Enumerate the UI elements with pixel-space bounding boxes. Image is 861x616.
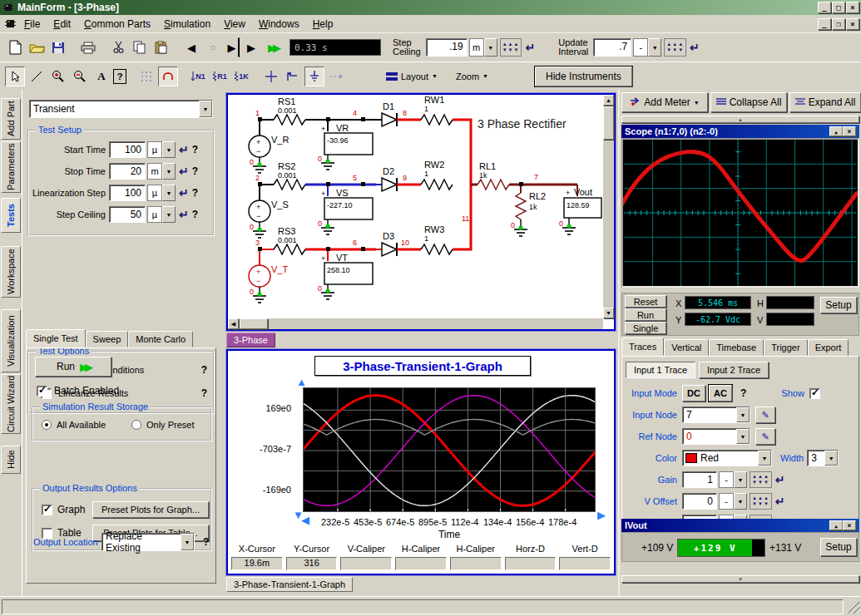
help-icon[interactable]: ?	[192, 187, 198, 199]
sidebar-tab-tests[interactable]: Tests	[1, 198, 21, 233]
unit-dropdown[interactable]: ▼	[162, 206, 176, 223]
ac-button[interactable]: AC	[709, 385, 732, 402]
zoom-menu-button[interactable]: Zoom▼	[451, 69, 493, 84]
update-interval-spinner[interactable]: ▲▲▲▼▼▼	[664, 38, 686, 57]
help-icon[interactable]: ?	[740, 387, 746, 399]
scope-close-button[interactable]: ×	[843, 126, 856, 136]
zoom-in-icon[interactable]	[48, 67, 68, 86]
sidebar-tab-add-part[interactable]: Add Part	[1, 98, 21, 140]
start-time-input[interactable]: 100	[109, 141, 146, 158]
collapse-splitter-bottom[interactable]: ▼	[621, 575, 859, 583]
v-offset-input[interactable]: 0	[682, 493, 717, 510]
show-ref-designators-button[interactable]: R1	[210, 67, 230, 86]
tab-graph[interactable]: 3-Phase-Transient-1-Graph	[226, 577, 353, 592]
step-ceiling-input[interactable]: .19	[426, 38, 468, 57]
all-available-radio[interactable]	[42, 420, 52, 430]
new-file-icon[interactable]	[5, 37, 25, 57]
vout-rollup-button[interactable]: ▲	[829, 520, 843, 530]
sidebar-tab-hide[interactable]: Hide	[1, 446, 21, 474]
waveform-plot[interactable]	[303, 387, 596, 512]
scope-screen[interactable]	[621, 138, 859, 288]
help-icon[interactable]: ?	[192, 144, 198, 155]
tab-single-test[interactable]: Single Test	[26, 329, 86, 347]
help-icon[interactable]: ?	[192, 209, 198, 220]
update-interval-input[interactable]: .7	[593, 38, 631, 57]
collapse-splitter-top[interactable]: ▲	[621, 116, 859, 123]
schematic-canvas[interactable]: +− +−	[228, 95, 603, 318]
text-tool-icon[interactable]: A	[92, 67, 111, 86]
step-ceiling-spinner[interactable]: ▲▲▲▼▼▼	[500, 38, 522, 57]
close-button[interactable]: ×	[846, 2, 859, 13]
menu-file[interactable]: File	[18, 16, 46, 32]
mdi-close-button[interactable]: ×	[846, 18, 859, 30]
tab-vertical[interactable]: Vertical	[664, 339, 709, 356]
apply-icon[interactable]: ↵	[179, 143, 189, 156]
sidebar-tab-parameters[interactable]: Parameters	[1, 141, 21, 193]
preset-plots-graph-button[interactable]: Preset Plots for Graph...	[92, 501, 209, 518]
apply-icon[interactable]: ↵	[179, 186, 189, 200]
scroll-down-icon[interactable]: ▼	[603, 308, 614, 318]
layout-menu-button[interactable]: Layout▼	[381, 69, 443, 84]
input-2-trace-button[interactable]: Input 2 Trace	[699, 362, 769, 378]
help-icon[interactable]: ?	[192, 165, 198, 177]
resize-grip[interactable]	[849, 602, 860, 614]
batch-enabled-checkbox[interactable]	[37, 386, 47, 397]
scope-single-button[interactable]: Single	[625, 322, 666, 334]
dashed-wire-icon[interactable]	[326, 67, 346, 86]
apply-icon[interactable]: ↵	[179, 208, 189, 221]
input-node-dropdown[interactable]: 7▼	[682, 407, 750, 423]
record-icon[interactable]: ○	[203, 37, 223, 57]
scope-setup-button[interactable]: Setup	[820, 297, 857, 313]
step-ceiling-panel-input[interactable]: 50	[109, 206, 146, 223]
scope-reset-button[interactable]: Reset	[625, 295, 666, 308]
test-type-dropdown[interactable]: Transient▼	[29, 100, 213, 118]
menu-windows[interactable]: Windows	[253, 16, 305, 32]
ref-node-probe-button[interactable]: ✎	[755, 428, 775, 445]
update-interval-apply-icon[interactable]: ↵	[690, 41, 700, 54]
gain-input[interactable]: 1	[682, 471, 717, 488]
hide-instruments-button[interactable]: Hide Instruments	[535, 67, 632, 86]
tab-monte-carlo[interactable]: Monte Carlo	[128, 331, 193, 347]
mdi-minimize-button[interactable]: _	[818, 18, 831, 30]
stop-time-input[interactable]: 20	[109, 163, 146, 180]
sidebar-tab-workspace[interactable]: Workspace	[1, 246, 21, 298]
scroll-left-icon[interactable]: ◀	[228, 318, 239, 329]
unit-dropdown[interactable]: ▼	[162, 163, 176, 180]
trace-color-dropdown[interactable]: Red▼	[682, 450, 772, 466]
unit-dropdown[interactable]: ▼	[162, 141, 176, 158]
ref-node-dropdown[interactable]: 0▼	[682, 428, 750, 445]
menu-edit[interactable]: Edit	[47, 16, 77, 32]
input-1-trace-button[interactable]: Input 1 Trace	[626, 362, 695, 378]
hscroll-thumb[interactable]	[240, 318, 268, 329]
annotation-help-icon[interactable]: ?	[113, 69, 126, 84]
tab-trigger[interactable]: Trigger	[764, 339, 807, 356]
unit-dropdown[interactable]: ▼	[734, 493, 747, 510]
collapse-all-button[interactable]: Collapse All	[710, 92, 787, 112]
menu-common-parts[interactable]: Common Parts	[78, 16, 156, 32]
part-highlight-icon[interactable]	[158, 67, 178, 86]
dc-button[interactable]: DC	[682, 385, 705, 402]
v-offset-spinner[interactable]: ▲▲▲▼▼▼	[750, 493, 772, 510]
show-values-button[interactable]: 1K	[231, 67, 251, 86]
minimize-button[interactable]: _	[818, 2, 831, 13]
cut-icon[interactable]	[108, 37, 128, 57]
sidebar-tab-visualization[interactable]: Visualization	[1, 309, 21, 372]
menu-help[interactable]: Help	[307, 16, 339, 32]
show-node-names-button[interactable]: N1	[188, 67, 208, 86]
run-button[interactable]: Run ▶▶	[35, 357, 111, 377]
help-icon[interactable]: ?	[203, 536, 209, 548]
play-icon[interactable]: ▶	[241, 37, 261, 57]
output-location-dropdown[interactable]: Replace Existing▼	[101, 533, 195, 551]
add-meter-button[interactable]: Add Meter▼	[621, 92, 708, 112]
apply-icon[interactable]: ↵	[179, 165, 189, 178]
apply-icon[interactable]: ↵	[775, 495, 785, 508]
scope-rollup-button[interactable]: ▲	[829, 126, 843, 136]
save-icon[interactable]	[48, 37, 68, 57]
tab-sweep[interactable]: Sweep	[86, 331, 129, 347]
tab-timebase[interactable]: Timebase	[709, 339, 764, 356]
select-tool-icon[interactable]	[5, 67, 25, 86]
linearization-step-input[interactable]: 100	[109, 185, 146, 201]
show-checkbox[interactable]	[809, 388, 820, 399]
zoom-out-icon[interactable]	[70, 67, 90, 86]
menu-simulation[interactable]: Simulation	[158, 16, 216, 32]
